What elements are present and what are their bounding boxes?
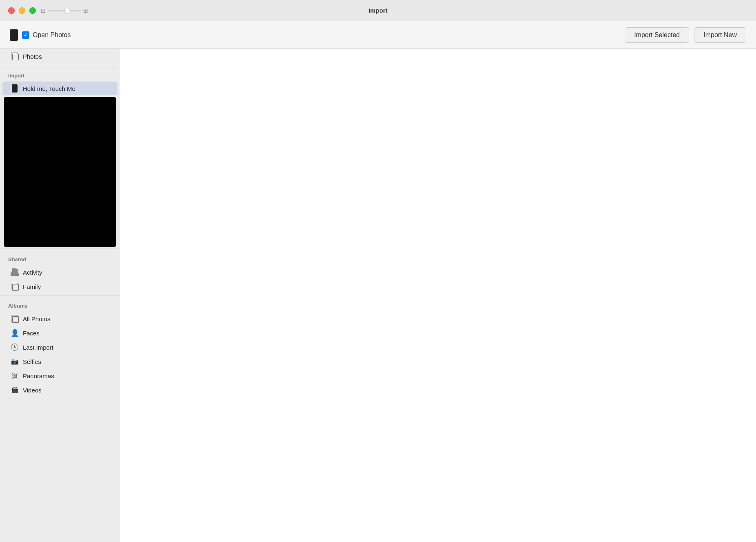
cloud-icon [11,270,19,276]
all-photos-album-icon [11,315,18,322]
device-sidebar-icon [11,84,19,93]
open-photos-label[interactable]: Open Photos [22,31,71,39]
last-import-icon [11,343,19,351]
shared-section-header: Shared [0,251,120,265]
divider-1 [0,65,120,65]
sidebar-item-last-import[interactable]: Last Import [2,340,117,354]
sidebar-item-device[interactable]: Hold me, Touch Me [2,82,117,95]
album-icon [11,53,18,60]
selfies-icon: 📷 [11,357,19,366]
sidebar-item-selfies[interactable]: 📷 Selfies [2,355,117,368]
sidebar-selfies-label: Selfies [23,358,41,365]
window-title: Import [369,7,388,14]
sidebar-item-panoramas[interactable]: 🖼 Panoramas [2,369,117,383]
zoom-out-icon: ⊟ [41,7,46,14]
sidebar-item-all-photos[interactable]: All Photos [2,312,117,326]
sidebar-item-photos[interactable]: Photos [2,49,117,63]
sidebar-item-family[interactable]: Family [2,280,117,293]
family-icon [11,282,19,291]
sidebar-photos-label: Photos [23,53,42,60]
sidebar-videos-label: Videos [23,387,42,394]
close-button[interactable] [8,7,15,14]
sidebar-last-import-label: Last Import [23,344,53,351]
import-section-header: Import [0,67,120,81]
sidebar: Photos Import Hold me, Touch Me Shared A… [0,49,120,542]
import-new-button[interactable]: Import New [694,27,746,43]
open-photos-text: Open Photos [33,31,71,39]
videos-icon: 🎬 [11,386,19,394]
all-photos-icon [11,315,19,323]
sidebar-all-photos-label: All Photos [23,315,51,322]
family-album-icon [11,283,18,290]
sidebar-panoramas-label: Panoramas [23,372,54,379]
zoom-slider-thumb [64,8,70,13]
sidebar-item-faces[interactable]: 👤 Faces [2,326,117,340]
phone-icon [12,84,18,93]
sidebar-activity-label: Activity [23,269,42,276]
toolbar-left: Open Photos [10,29,618,41]
divider-3 [0,295,120,295]
maximize-button[interactable] [29,7,36,14]
import-selected-button[interactable]: Import Selected [625,27,689,43]
titlebar: ⊟ ⊞ Import [0,0,756,21]
activity-icon [11,268,19,276]
panorama-icon: 🖼 [12,372,18,379]
content-area [120,49,756,542]
zoom-slider[interactable] [48,10,81,11]
zoom-controls: ⊟ ⊞ [41,7,88,14]
person-icon: 👤 [11,329,19,337]
albums-section-header: Albums [0,297,120,311]
minimize-button[interactable] [19,7,25,14]
device-icon [10,29,18,41]
sidebar-faces-label: Faces [23,330,40,337]
divider-2 [0,249,120,249]
sidebar-device-label: Hold me, Touch Me [23,85,75,92]
faces-icon: 👤 [11,329,19,337]
sidebar-item-activity[interactable]: Activity [2,265,117,279]
toolbar-buttons: Import Selected Import New [625,27,746,43]
video-icon: 🎬 [11,386,19,394]
sidebar-item-videos[interactable]: 🎬 Videos [2,383,117,397]
camera-icon: 📷 [11,358,19,365]
main-layout: Photos Import Hold me, Touch Me Shared A… [0,49,756,542]
clock-icon [11,344,18,351]
panoramas-icon: 🖼 [11,372,19,380]
zoom-in-icon: ⊞ [83,7,88,14]
photos-icon [11,52,19,60]
open-photos-checkbox[interactable] [22,31,29,39]
window-controls [8,7,36,14]
toolbar: Open Photos Import Selected Import New [0,21,756,49]
device-preview [4,97,116,247]
sidebar-family-label: Family [23,283,41,290]
